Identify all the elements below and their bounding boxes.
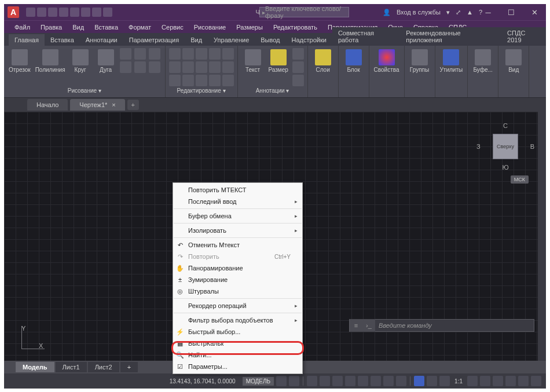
- mod-12[interactable]: [182, 75, 194, 86]
- signin-label[interactable]: Вход в службы: [397, 9, 441, 16]
- status-custom-icon[interactable]: [531, 376, 541, 386]
- menu-modify[interactable]: Редактировать: [269, 22, 322, 32]
- status-iso-icon[interactable]: [493, 376, 503, 386]
- ann-3[interactable]: [292, 75, 304, 86]
- tool-block[interactable]: Блок: [342, 48, 365, 74]
- tool-polyline[interactable]: Полилиния: [34, 48, 67, 74]
- ann-2[interactable]: [292, 61, 304, 73]
- mod-5[interactable]: [222, 48, 234, 60]
- ctx-item[interactable]: ☑Параметры...: [173, 361, 302, 372]
- status-grid-icon[interactable]: [276, 376, 287, 386]
- status-snap-icon[interactable]: [289, 376, 299, 386]
- close-button[interactable]: ✕: [523, 4, 546, 20]
- status-anno-icon[interactable]: [427, 376, 437, 386]
- status-tpy-icon[interactable]: [396, 376, 406, 386]
- status-qs-icon[interactable]: [414, 376, 424, 386]
- mod-6[interactable]: [169, 61, 181, 73]
- mod-7[interactable]: [182, 61, 194, 73]
- tool-text[interactable]: Текст: [241, 48, 265, 74]
- status-3dosnap-icon[interactable]: [345, 376, 355, 386]
- status-osnap-icon[interactable]: [332, 376, 343, 386]
- status-model-badge[interactable]: МОДЕЛЬ: [243, 377, 274, 386]
- cube-west[interactable]: З: [476, 143, 481, 150]
- mod-15[interactable]: [222, 75, 234, 86]
- status-gear-icon[interactable]: [467, 376, 478, 386]
- group-label-draw[interactable]: Рисование ▾: [8, 86, 162, 95]
- ctx-item[interactable]: ↷ПовторитьCtrl+Y: [173, 251, 302, 262]
- ctx-item[interactable]: Рекордер операций: [173, 300, 302, 312]
- cube-top-face[interactable]: Сверху: [493, 134, 518, 159]
- cube-east[interactable]: В: [530, 143, 534, 150]
- status-dyn-icon[interactable]: [371, 376, 381, 386]
- tab-close-icon[interactable]: ×: [112, 101, 115, 108]
- menu-draw[interactable]: Рисование: [189, 22, 230, 32]
- doctab-add[interactable]: +: [127, 100, 139, 110]
- ctx-item[interactable]: ↶Отменить Мтекст: [173, 239, 302, 251]
- viewcube[interactable]: С Ю З В Сверху: [482, 123, 529, 170]
- qat-web-icon[interactable]: [70, 8, 79, 17]
- rtab-annot[interactable]: Аннотации: [80, 34, 123, 46]
- rtab-param[interactable]: Параметризация: [123, 34, 185, 46]
- status-clean-icon[interactable]: [518, 376, 529, 386]
- tool-circle[interactable]: Круг: [69, 48, 92, 74]
- cube-south[interactable]: Ю: [502, 164, 508, 171]
- tool-sm-6[interactable]: [149, 61, 160, 73]
- status-ws-icon[interactable]: [480, 376, 490, 386]
- rtab-collab[interactable]: Совместная работа: [332, 27, 400, 46]
- mod-2[interactable]: [182, 48, 194, 60]
- mod-9[interactable]: [209, 61, 221, 73]
- status-scale[interactable]: 1:1: [452, 378, 465, 384]
- menu-tools[interactable]: Сервис: [157, 22, 188, 32]
- tool-sm-3[interactable]: [149, 48, 160, 60]
- scrollbar-vertical[interactable]: [538, 112, 546, 361]
- tool-view[interactable]: Вид: [502, 48, 525, 74]
- rtab-insert[interactable]: Вставка: [45, 34, 80, 46]
- mod-10[interactable]: [222, 61, 234, 73]
- tool-sm-4[interactable]: [120, 61, 131, 73]
- rtab-spds[interactable]: СПДС 2019: [501, 27, 546, 46]
- ctx-item[interactable]: Повторить МТЕКСТ: [173, 184, 302, 196]
- rtab-manage[interactable]: Управление: [208, 34, 255, 46]
- rtab-output[interactable]: Вывод: [255, 34, 285, 46]
- tool-sm-1[interactable]: [120, 48, 131, 60]
- mod-1[interactable]: [169, 48, 181, 60]
- qat-open-icon[interactable]: [37, 8, 46, 17]
- doctab-start[interactable]: Начало: [27, 99, 68, 111]
- dropdown-icon[interactable]: ▾: [446, 9, 450, 16]
- status-annoscale-icon[interactable]: [439, 376, 450, 386]
- qat-save-icon[interactable]: [48, 8, 57, 17]
- layout-tab-sheet2[interactable]: Лист2: [88, 362, 119, 372]
- rtab-featured[interactable]: Рекомендованные приложения: [400, 27, 501, 46]
- layout-tab-model[interactable]: Модель: [16, 362, 54, 372]
- ctx-item[interactable]: ⚡Быстрый выбор...: [173, 326, 302, 338]
- command-line[interactable]: ≡ ›_ Введите команду: [349, 319, 534, 332]
- group-label-annot[interactable]: Аннотации ▾: [241, 86, 304, 95]
- status-hw-icon[interactable]: [505, 376, 516, 386]
- qat-redo-icon[interactable]: [103, 8, 112, 17]
- ctx-item[interactable]: ±Зумирование: [173, 274, 302, 285]
- exchange-icon[interactable]: ⤢: [456, 9, 461, 16]
- cmdline-handle-icon[interactable]: ≡: [350, 319, 362, 332]
- qat-plot-icon[interactable]: [81, 8, 90, 17]
- minimize-button[interactable]: ─: [476, 4, 500, 20]
- status-lwt-icon[interactable]: [383, 376, 394, 386]
- menu-format[interactable]: Формат: [124, 22, 156, 32]
- rtab-addins[interactable]: Надстройки: [286, 34, 332, 46]
- tool-utils[interactable]: Утилиты: [439, 48, 464, 74]
- tool-props[interactable]: Свойства: [373, 48, 401, 74]
- mod-4[interactable]: [209, 48, 221, 60]
- tool-clip[interactable]: Буфе...: [471, 48, 494, 74]
- ctx-item[interactable]: Фильтр выбора подобъектов: [173, 314, 302, 326]
- tool-arc[interactable]: Дуга: [94, 48, 118, 74]
- tool-dim[interactable]: Размер: [267, 48, 290, 74]
- qat-new-icon[interactable]: [26, 8, 35, 17]
- search-input[interactable]: ▸ Введите ключевое слово/фразу: [259, 7, 349, 17]
- rtab-view[interactable]: Вид: [185, 34, 208, 46]
- status-polar-icon[interactable]: [320, 376, 330, 386]
- tool-line[interactable]: Отрезок: [8, 48, 32, 74]
- mod-14[interactable]: [209, 75, 221, 86]
- layout-tab-sheet1[interactable]: Лист1: [56, 362, 87, 372]
- ctx-item[interactable]: ▦БыстрКальк: [173, 338, 302, 349]
- mod-8[interactable]: [196, 61, 207, 73]
- menu-edit[interactable]: Правка: [36, 22, 67, 32]
